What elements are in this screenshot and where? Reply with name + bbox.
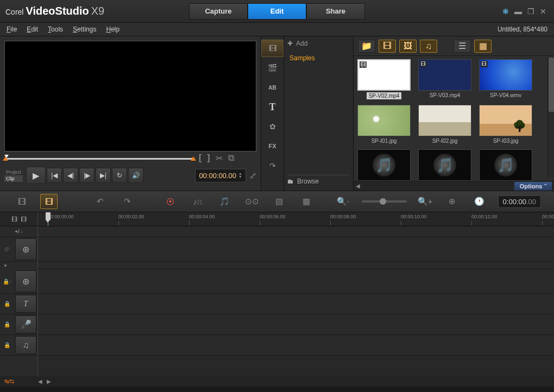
library-vscrollbar[interactable] [547,57,554,178]
track-pin-icon[interactable]: 🗗 [4,246,10,252]
fit-project-button[interactable]: ⊕ [444,194,461,209]
music-lane[interactable] [38,335,554,356]
prev-frame-button[interactable]: ◀| [63,168,78,183]
audio-mixer-button[interactable]: ♪⎍ [189,194,206,209]
menu-file[interactable]: File [7,26,17,33]
enlarge-preview-button[interactable]: ⤢ [249,170,256,181]
toggle-all-tracks-button[interactable]: 🎞 [10,215,18,224]
volume-button[interactable]: 🔊 [128,168,143,183]
play-button[interactable]: ▶ [26,167,46,184]
scrubber[interactable] [4,154,194,162]
options-button[interactable]: Options ˆ [514,182,552,191]
library-item[interactable] [479,149,533,181]
minimize-button[interactable]: ▬ [514,7,522,16]
zoom-in-button[interactable]: 🔍+ [417,194,434,209]
filter-video-button[interactable]: 🎞 [379,40,396,53]
overlay-lane[interactable] [38,269,554,294]
record-button[interactable]: ⦿ [162,194,179,209]
menu-edit[interactable]: Edit [27,26,38,33]
import-button[interactable]: 📁 [358,40,375,53]
timeline-view-button[interactable]: 🎞 [40,194,58,209]
view-grid-button[interactable]: ▦ [474,40,492,53]
video-track-header[interactable]: 🗗 ⊛ [0,237,37,262]
hscroll-left[interactable]: ◀ [356,183,360,189]
share-online-icon[interactable]: ❋ [502,7,509,16]
preview-screen[interactable] [4,41,256,151]
storyboard-view-button[interactable]: 🎞 [13,194,30,209]
library-item[interactable] [418,149,472,181]
mark-out-button[interactable]: ] [207,153,210,163]
mark-in-button[interactable]: [ [199,153,202,163]
autoscroll-icon[interactable]: ↹⇆ [4,378,14,385]
library-item[interactable]: SP-I02.jpg [418,105,472,144]
scrollbar-thumb[interactable] [549,58,554,112]
library-item[interactable]: SP-I03.jpg [479,105,533,144]
scroll-right-button[interactable]: ▶ [47,378,51,384]
track-lanes[interactable] [38,226,554,387]
lib-tab-title[interactable]: T [261,98,284,116]
playhead-handle[interactable] [46,212,51,220]
play-mode-toggle[interactable]: Project Clip [4,169,23,182]
lib-tab-path[interactable]: ↷ [261,157,284,174]
next-frame-button[interactable]: |▶ [79,168,95,183]
zoom-handle[interactable] [380,198,386,205]
filter-photo-button[interactable]: 🖼 [399,40,417,53]
undo-button[interactable]: ↶ [91,194,109,209]
auto-music-button[interactable]: 🎵 [216,194,234,209]
cut-button[interactable]: ✂ [216,153,223,163]
timecode-spinner[interactable]: ▲▼ [238,172,242,179]
voice-track-header[interactable]: 🔒 🎤 [0,314,37,335]
track-add-toggle[interactable]: +/ - [0,226,37,237]
go-start-button[interactable]: |◀ [47,168,62,183]
lib-tab-transition[interactable]: AB [261,79,284,96]
lock-icon[interactable]: 🔒 [4,321,10,327]
mark-out-icon[interactable] [191,156,196,161]
lib-tab-instant[interactable]: 🎬 [261,59,284,77]
snapshot-button[interactable]: ⧉ [228,153,234,163]
browse-button[interactable]: 🖿 Browse [287,175,350,187]
library-grid[interactable]: 🎞SP-V02.mp4🎞SP-V03.mp4🎞SP-V04.wmvSP-I01.… [354,56,554,181]
title-track-header[interactable]: 🔒 T [0,294,37,314]
tab-edit[interactable]: Edit [248,3,306,20]
lib-tab-media[interactable]: 🎞 [261,40,284,57]
tab-share[interactable]: Share [306,3,365,20]
music-track-header[interactable]: 🔒 ♫ [0,335,37,356]
overlay-track-header[interactable]: 🔒1 ⊛ [0,269,37,294]
toggle-chapter-button[interactable]: 🎞 [20,215,28,224]
lock-icon[interactable]: 🔒 [3,279,9,284]
project-duration-button[interactable]: 🕐 [471,194,488,209]
motion-track-button[interactable]: ⊙⊙ [243,194,261,209]
folder-samples[interactable]: Samples [287,53,350,64]
lock-icon[interactable]: 🔒 [4,301,10,307]
zoom-slider[interactable] [362,200,407,203]
close-button[interactable]: ✕ [540,7,546,16]
timeline-timecode[interactable]: 0:00:00.00 [498,195,541,208]
repeat-button[interactable]: ↻ [112,168,127,183]
go-end-button[interactable]: ▶| [96,168,111,183]
library-item[interactable] [357,149,411,181]
lib-tab-filter[interactable]: FX [261,137,284,155]
video-lane[interactable] [38,237,554,262]
library-item[interactable]: SP-I01.jpg [357,105,411,144]
menu-tools[interactable]: Tools [48,26,63,33]
subtitle-button[interactable]: ▤ [270,194,288,209]
multicam-button[interactable]: ▦ [298,194,315,209]
preview-timecode[interactable]: 00:00:00.00 ▲▼ [195,169,246,182]
maximize-button[interactable]: ❐ [527,7,534,16]
add-folder-button[interactable]: ✚ Add [287,40,350,47]
title-lane[interactable] [38,294,554,314]
expand-tracks-icon[interactable]: ▼ [3,263,8,268]
view-list-button[interactable]: ☰ [454,40,471,53]
ruler-track[interactable]: 00:00:00.0000:00:02.0000:00:04.0000:00:0… [38,212,554,226]
lib-tab-graphic[interactable]: ✿ [261,118,284,135]
tab-capture[interactable]: Capture [189,3,248,20]
menu-settings[interactable]: Settings [73,26,96,33]
voice-lane[interactable] [38,314,554,335]
zoom-out-button[interactable]: 🔍- [335,194,352,209]
library-item[interactable]: 🎞SP-V02.mp4 [357,59,411,99]
redo-button[interactable]: ↷ [118,194,136,209]
library-item[interactable]: 🎞SP-V03.mp4 [418,59,472,99]
lock-icon[interactable]: 🔒 [4,342,10,348]
menu-help[interactable]: Help [106,26,119,33]
chapter-lane[interactable] [38,226,554,237]
